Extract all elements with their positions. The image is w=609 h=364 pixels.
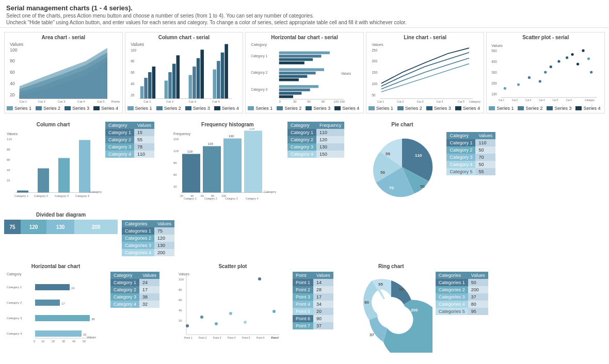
- svg-text:100: 100: [131, 48, 136, 52]
- svg-rect-36: [217, 61, 220, 98]
- svg-text:60: 60: [307, 100, 311, 103]
- svg-text:Category 4: Category 4: [7, 332, 22, 335]
- legend-item: Series 2: [277, 106, 301, 111]
- svg-rect-37: [220, 53, 224, 98]
- svg-text:90: 90: [173, 161, 177, 164]
- hbar-serial-svg: Category Category 1 Category 2 Category …: [248, 41, 361, 103]
- area-serial-title: Area chart - serial: [7, 35, 120, 40]
- legend-item: Series 1: [127, 106, 152, 111]
- svg-text:44: 44: [7, 169, 10, 172]
- svg-rect-25: [148, 72, 152, 98]
- divided-bar-chart: 75 120 130 200: [4, 220, 118, 234]
- page-desc1: Select one of the charts, press Action m…: [6, 13, 603, 19]
- svg-point-185: [258, 277, 261, 280]
- page-desc2: Uncheck "Hide table" using Action button…: [6, 20, 603, 25]
- svg-text:Values: Values: [372, 42, 383, 47]
- freq-hist-section: Frequency histogram Frequency 150 120 90…: [171, 122, 345, 202]
- svg-text:60: 60: [173, 173, 177, 176]
- svg-point-94: [571, 53, 574, 56]
- svg-rect-24: [144, 78, 148, 98]
- svg-text:22: 22: [7, 179, 10, 182]
- div-bar-seg-2: 120: [21, 220, 46, 234]
- svg-text:Cat 2: Cat 2: [512, 99, 518, 102]
- svg-text:Category 2: Category 2: [204, 197, 217, 200]
- column-serial-svg: Values 100 80 60 40 20: [127, 41, 241, 103]
- svg-text:50: 50: [372, 93, 376, 97]
- svg-text:Category: Category: [251, 42, 267, 47]
- legend-item: Series 1: [7, 106, 31, 111]
- pie-chart-title: Pie chart: [361, 122, 443, 127]
- svg-text:Cat 3: Cat 3: [525, 99, 532, 102]
- svg-rect-46: [279, 52, 330, 54]
- svg-text:Cat 4: Cat 4: [77, 100, 85, 103]
- svg-text:Values: Values: [87, 336, 96, 339]
- svg-text:Cat 3: Cat 3: [188, 100, 196, 103]
- svg-text:37: 37: [370, 333, 374, 337]
- svg-text:Cat 5: Cat 5: [458, 100, 464, 103]
- svg-text:Category: Category: [89, 190, 102, 193]
- svg-marker-9: [20, 48, 107, 98]
- svg-rect-30: [176, 55, 180, 98]
- divided-bar-title: Divided bar diagram: [4, 212, 118, 218]
- svg-text:80: 80: [364, 300, 369, 305]
- svg-text:60: 60: [201, 194, 204, 197]
- svg-text:110: 110: [415, 153, 422, 158]
- divided-bar-section: Divided bar diagram 75 120 130 200: [4, 212, 118, 234]
- svg-text:Cat 4: Cat 4: [436, 100, 443, 103]
- legend-item: Series 3: [65, 106, 89, 111]
- svg-text:20: 20: [180, 194, 183, 197]
- svg-text:40: 40: [179, 309, 182, 312]
- svg-text:Category 2: Category 2: [34, 194, 48, 197]
- legend-item: Series 3: [547, 106, 571, 111]
- svg-text:120: 120: [173, 150, 179, 153]
- svg-text:110: 110: [187, 150, 193, 153]
- line-serial-title: Line chart - serial: [368, 35, 482, 40]
- svg-point-93: [566, 56, 568, 59]
- svg-rect-59: [279, 95, 293, 98]
- svg-rect-133: [223, 139, 242, 193]
- ring-chart-box: Ring chart 50 200 37 80: [350, 263, 432, 354]
- svg-text:Cat 2: Cat 2: [397, 100, 404, 103]
- legend-item: Series 4: [455, 106, 480, 111]
- svg-text:200: 200: [492, 81, 498, 85]
- svg-text:Category: Category: [7, 272, 22, 276]
- svg-rect-158: [35, 300, 60, 306]
- svg-text:Cat 5: Cat 5: [553, 99, 559, 102]
- legend-item: Series 4: [93, 106, 118, 111]
- div-bar-seg-1: 75: [4, 220, 21, 234]
- svg-text:20: 20: [52, 340, 55, 343]
- freq-hist-table: CategoryFrequency Category 1110 Category…: [287, 122, 345, 158]
- svg-text:130: 130: [229, 135, 234, 138]
- area-serial-chart: Area chart - serial Values 100 80 60 40 …: [4, 32, 123, 113]
- svg-text:Category 2: Category 2: [7, 301, 22, 304]
- svg-text:Cat 1: Cat 1: [499, 99, 505, 102]
- svg-text:Values: Values: [131, 42, 145, 47]
- svg-rect-26: [152, 67, 155, 98]
- svg-text:Cat 1: Cat 1: [143, 100, 151, 103]
- scatter-serial-svg: Values 500 400 300 200 100: [489, 41, 602, 103]
- svg-point-87: [517, 83, 520, 86]
- svg-text:24: 24: [71, 287, 75, 290]
- svg-point-97: [587, 57, 590, 60]
- svg-text:95: 95: [378, 282, 383, 287]
- svg-text:30: 30: [173, 185, 177, 188]
- svg-text:Category 4: Category 4: [246, 197, 259, 200]
- svg-text:200: 200: [372, 59, 377, 63]
- svg-text:100: 100: [492, 92, 498, 96]
- svg-point-182: [215, 322, 218, 325]
- scatter-plot-section: Scatter plot Values 100 80 60 40 20: [176, 263, 333, 356]
- column-serial-title: Column chart - serial: [127, 35, 241, 40]
- svg-text:Category 1: Category 1: [7, 286, 22, 289]
- svg-text:Category 3: Category 3: [225, 197, 238, 200]
- svg-point-95: [576, 63, 579, 65]
- freq-hist-box: Frequency histogram Frequency 150 120 90…: [171, 122, 284, 202]
- svg-text:40: 40: [72, 340, 75, 343]
- svg-text:Point 2: Point 2: [199, 336, 207, 339]
- legend-item: Series 1: [368, 106, 393, 111]
- scatter-plot-svg: Values 100 80 60 40 20: [176, 270, 290, 355]
- svg-rect-34: [200, 49, 204, 98]
- pie-chart-box: Pie chart 110 70 50: [361, 122, 443, 207]
- hbar-chart-box: Horizontal bar chart Category Category 1…: [4, 263, 107, 354]
- svg-rect-51: [279, 68, 324, 71]
- pie-chart-svg: 110 70 50 55 50: [361, 128, 443, 206]
